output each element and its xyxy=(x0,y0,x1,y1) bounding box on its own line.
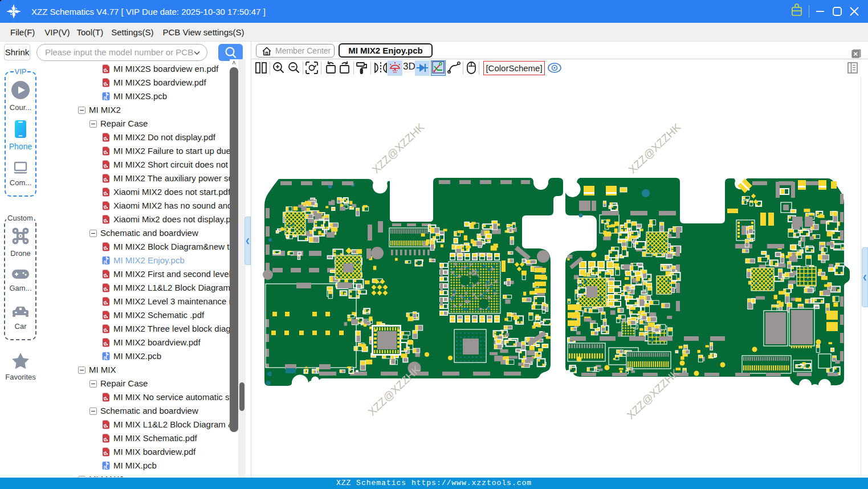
svg-text:XZZ@XZZHK: XZZ@XZZHK xyxy=(370,121,427,176)
svg-text:XZZ@XZZHK: XZZ@XZZHK xyxy=(626,121,683,176)
